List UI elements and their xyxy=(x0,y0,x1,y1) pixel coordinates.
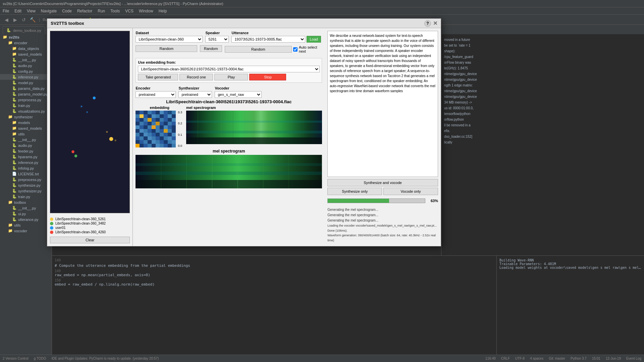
sidebar-project[interactable]: 📁 sv2tts xyxy=(0,34,52,40)
menu-vcs[interactable]: VCS xyxy=(125,9,133,13)
encoder-model-icon: 🐍 xyxy=(12,80,17,85)
sidebar-synth-train[interactable]: 🐍 train.py xyxy=(0,194,52,199)
dataset-group: Dataset LibriSpeech\train-clean-360 xyxy=(136,31,203,43)
menu-tools[interactable]: Tools xyxy=(110,9,120,13)
sidebar-synth-preprocess[interactable]: 🐍 preprocess.py xyxy=(0,177,52,182)
menu-view[interactable]: View xyxy=(27,9,36,13)
right-msg-11: ntime/gpu/gpu_device xyxy=(444,94,641,100)
sidebar-encoder-config[interactable]: 🐍 config.py xyxy=(0,68,52,74)
sidebar-encoder-folder[interactable]: 📁 encoder xyxy=(0,40,52,46)
synth-init-icon: 🐍 xyxy=(12,137,17,142)
scale-0.0: 0.0 xyxy=(178,144,182,147)
take-generated-btn[interactable]: Take generated xyxy=(138,74,178,80)
modal-main: Dataset LibriSpeech\train-clean-360 Spea… xyxy=(133,28,325,246)
sidebar-synth-utils[interactable]: 📁 utils xyxy=(0,131,52,137)
sidebar-toolbox-init[interactable]: 🐍 __init__.py xyxy=(0,205,52,211)
tab-demo-toolbox[interactable]: 🐍 demo_toolbox.py xyxy=(3,26,45,34)
sidebar-data-objects[interactable]: 📁 data_objects xyxy=(0,46,52,51)
menu-file[interactable]: File xyxy=(3,9,9,13)
random-speaker-btn[interactable]: Random xyxy=(200,45,222,52)
sidebar-synth-models[interactable]: 📁 models xyxy=(0,120,52,125)
modal-right: We describe a neural network-based syste… xyxy=(325,28,441,246)
utterance-group: Utterance 19373\5261-19373-0005.flac Loa… xyxy=(231,31,321,43)
sidebar-hparams[interactable]: 🐍 hparams.py xyxy=(0,154,52,160)
console-msg-3: Loading model weights at vocoder\saved_m… xyxy=(499,266,641,269)
sidebar-visualizations[interactable]: 🐍 visualizations.py xyxy=(0,108,52,114)
menu-help[interactable]: Help xyxy=(159,9,167,13)
sidebar-synth-audio[interactable]: 🐍 audio.py xyxy=(0,142,52,148)
sidebar-params-model[interactable]: 🐍 params_model.py xyxy=(0,91,52,97)
load-button[interactable]: Load xyxy=(307,36,321,43)
random-dataset-btn[interactable]: Random xyxy=(136,45,197,52)
status-msg-5: Waveform generation: 390/400/614400 (bat… xyxy=(327,233,438,243)
sidebar-synthesize[interactable]: 🐍 synthesize.py xyxy=(0,182,52,188)
menu-code[interactable]: Code xyxy=(62,9,72,13)
sidebar-encoder-model-label: model.py xyxy=(18,81,33,85)
sidebar-utterance[interactable]: 🐍 utterance.py xyxy=(0,217,52,222)
sidebar-encoder-saved-models[interactable]: 📁 saved_models xyxy=(0,51,52,57)
menu-run[interactable]: Run xyxy=(98,9,105,13)
synthesize-only-btn[interactable]: Synthesize only xyxy=(327,188,382,195)
modal-help-btn[interactable]: ? xyxy=(424,20,431,27)
random-utterance-btn[interactable]: Random xyxy=(225,46,292,53)
sidebar-encoder-model[interactable]: 🐍 model.py xyxy=(0,80,52,85)
legend-item-4260: LibriSpeech\train-clean-360_4260 xyxy=(50,230,130,234)
sidebar-synthesizer-folder[interactable]: 📁 synthesizer xyxy=(0,114,52,120)
toolbar-build-btn[interactable]: 🔨 xyxy=(29,16,36,23)
svg-rect-95 xyxy=(140,144,144,147)
tab-demo-toolbox-icon: 🐍 xyxy=(6,28,11,33)
modal-close-btn[interactable]: ✕ xyxy=(433,20,437,26)
sidebar-synth-init[interactable]: 🐍 __init__.py xyxy=(0,137,52,142)
sidebar-infolog[interactable]: 🐍 infolog.py xyxy=(0,165,52,171)
utterance-select[interactable]: 19373\5261-19373-0005.flac xyxy=(231,36,305,43)
vocoder-select[interactable]: gen_s_mel_raw xyxy=(215,91,262,98)
dataset-select[interactable]: LibriSpeech\train-clean-360 xyxy=(136,36,203,43)
toolbar-back-btn[interactable]: ◀ xyxy=(3,16,10,23)
sidebar-encoder-init[interactable]: 🐍 __init__.py xyxy=(0,57,52,63)
sidebar-synthesizer-py[interactable]: 🐍 synthesizer.py xyxy=(0,188,52,194)
stop-btn[interactable]: Stop xyxy=(249,74,286,80)
speaker-select[interactable]: 5261 xyxy=(205,36,229,43)
embedding-path-select[interactable]: LibriSpeech\train-clean-360\5261\19373\5… xyxy=(138,66,320,72)
synth-saved-icon: 📁 xyxy=(12,126,17,130)
sidebar-vocoder-folder[interactable]: 📁 vocoder xyxy=(0,228,52,234)
menu-refactor[interactable]: Refactor xyxy=(77,9,92,13)
toolbar-refresh-btn[interactable]: ↺ xyxy=(20,16,28,23)
vocode-only-btn[interactable]: Vocode only xyxy=(383,188,438,195)
sidebar-synth-saved[interactable]: 📁 saved_models xyxy=(0,125,52,131)
action-row: Synthesize only Vocode only xyxy=(327,188,438,195)
svg-rect-47 xyxy=(148,125,152,129)
toolbar-forward-btn[interactable]: ▶ xyxy=(11,16,19,23)
menu-window[interactable]: Window xyxy=(139,9,153,13)
sidebar-encoder-inference[interactable]: 🐍 inference.py xyxy=(0,74,52,80)
synthesizer-select[interactable]: pretrained xyxy=(178,91,212,98)
sidebar-utils-folder[interactable]: 📁 utils xyxy=(0,222,52,228)
status-event-log[interactable]: Event Log xyxy=(626,357,641,360)
sidebar-synth-inference[interactable]: 🐍 inference.py xyxy=(0,160,52,165)
sidebar-encoder-preprocess[interactable]: 🐍 preprocess.py xyxy=(0,97,52,103)
svg-rect-76 xyxy=(144,136,148,140)
sidebar-encoder-train[interactable]: 🐍 train.py xyxy=(0,103,52,108)
sidebar-toolbox-ui[interactable]: 🐍 ui.py xyxy=(0,211,52,217)
toolbox-ui-icon: 🐍 xyxy=(12,212,17,216)
svg-rect-8 xyxy=(152,111,156,114)
status-version-control[interactable]: 2 Version Control xyxy=(3,357,29,360)
menu-navigate[interactable]: Navigate xyxy=(41,9,57,13)
encoder-select[interactable]: pretrained xyxy=(136,91,176,98)
synthesize-vocode-btn[interactable]: Synthesize and vocode xyxy=(327,179,438,186)
svg-rect-70 xyxy=(160,133,164,136)
sidebar-synth-models-label: models xyxy=(18,121,30,125)
svg-rect-48 xyxy=(152,125,156,129)
menu-edit[interactable]: Edit xyxy=(14,9,21,13)
sidebar-synth-license[interactable]: 📄 LICENSE.txt xyxy=(0,171,52,177)
status-todo[interactable]: g TODO xyxy=(34,357,46,360)
auto-select-checkbox[interactable] xyxy=(293,47,298,52)
sidebar-params-data[interactable]: 🐍 params_data.py xyxy=(0,85,52,91)
record-one-btn[interactable]: Record one xyxy=(179,74,213,80)
sidebar-toolbox-folder[interactable]: 📁 toolbox xyxy=(0,199,52,205)
sidebar-feeder[interactable]: 🐍 feeder.py xyxy=(0,148,52,154)
play-btn[interactable]: Play xyxy=(214,74,248,80)
sidebar-encoder-audio[interactable]: 🐍 audio.py xyxy=(0,63,52,68)
right-msg-10: ntime/gpu/gpu_device xyxy=(444,88,641,94)
clear-button[interactable]: Clear xyxy=(50,237,130,243)
